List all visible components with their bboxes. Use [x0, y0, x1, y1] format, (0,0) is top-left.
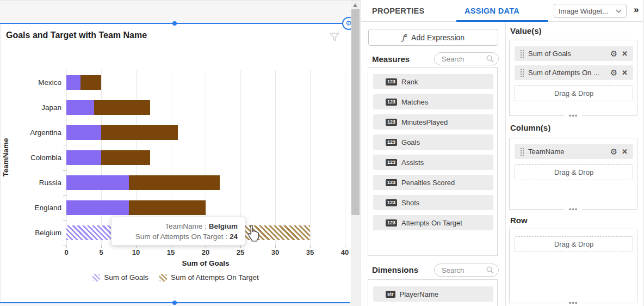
bar-segment-japan-attempts[interactable] [94, 100, 150, 115]
tooltip-value: Belgium [209, 222, 238, 230]
panel-tabbar: PROPERTIES ASSIGN DATA Image Widget... » [361, 0, 643, 22]
drag-handle-icon[interactable] [520, 69, 524, 77]
properties-panel: PROPERTIES ASSIGN DATA Image Widget... »… [361, 0, 643, 306]
numeric-type-icon: 123 [386, 219, 397, 227]
bar-segment-argentina-attempts[interactable] [101, 125, 178, 140]
bar-segment-colombia-goals[interactable] [66, 150, 101, 165]
assigned-field-label: TeamName [528, 148, 606, 156]
bar-segment-japan-goals[interactable] [66, 100, 94, 115]
field-label: Assists [401, 158, 424, 167]
x-tick-label: 35 [301, 248, 319, 256]
resize-dots-handle[interactable]: ••• [565, 113, 583, 119]
chevron-down-icon [616, 9, 622, 13]
category-label: Russia [19, 179, 61, 187]
numeric-type-icon: 123 [386, 139, 397, 146]
assigned-field-pill[interactable]: TeamName⚙✕ [515, 144, 633, 159]
legend-swatch-icon [92, 274, 100, 281]
field-item-assists[interactable]: 123Assists [373, 155, 493, 170]
drag-drop-target[interactable]: Drag & Drop [515, 164, 633, 180]
bar-segment-mexico-goals[interactable] [66, 75, 81, 90]
scrollbar-up-arrow-icon[interactable] [353, 3, 357, 7]
drag-handle-icon[interactable] [520, 50, 524, 58]
legend-item[interactable]: Sum of Attempts On Target [159, 273, 259, 281]
measures-search-input[interactable] [441, 54, 486, 64]
values-dropzone[interactable]: Sum of Goals⚙✕Sum of Attempts On ...⚙✕Dr… [509, 40, 637, 116]
widget-resize-handle-top[interactable] [172, 21, 177, 26]
bar-segment-mexico-attempts[interactable] [81, 75, 101, 90]
numeric-type-icon: 123 [386, 199, 397, 206]
remove-field-icon[interactable]: ✕ [622, 50, 628, 57]
field-item-shots[interactable]: 123Shots [373, 195, 493, 210]
resize-dots-handle[interactable]: ••• [565, 300, 583, 306]
assigned-field-pill[interactable]: Sum of Attempts On ...⚙✕ [515, 65, 633, 80]
gridline [310, 70, 311, 246]
tab-properties[interactable]: PROPERTIES [372, 7, 424, 15]
columns-heading: Column(s) [510, 123, 550, 132]
category-label: Mexico [19, 78, 61, 87]
assigned-field-pill[interactable]: Sum of Goals⚙✕ [515, 46, 633, 61]
assigned-field-label: Sum of Goals [528, 50, 606, 58]
gridline [345, 70, 345, 246]
dimensions-search-input[interactable] [441, 266, 486, 275]
drag-drop-target[interactable]: Drag & Drop [515, 236, 633, 252]
bar-segment-russia-attempts[interactable] [129, 175, 219, 190]
chart-tooltip: TeamName :BelgiumSum of Attempts On Targ… [111, 217, 245, 246]
active-tab-underline [456, 20, 548, 22]
add-expression-button[interactable]: ƒx Add Expression [368, 29, 498, 46]
x-tick-label: 30 [266, 248, 284, 256]
widget-type-dropdown[interactable]: Image Widget... [554, 4, 627, 18]
settings-gear-icon[interactable]: ⚙ [610, 50, 617, 58]
bar-segment-colombia-attempts[interactable] [101, 150, 150, 165]
settings-gear-icon[interactable]: ⚙ [610, 69, 617, 77]
category-label: Japan [19, 103, 61, 112]
remove-field-icon[interactable]: ✕ [622, 148, 628, 155]
field-item-rank[interactable]: 123Rank [373, 74, 493, 89]
search-icon [486, 55, 494, 63]
bar-segment-england-goals[interactable] [66, 200, 129, 215]
measures-search[interactable] [434, 52, 499, 65]
numeric-type-icon: 123 [386, 159, 397, 166]
row-heading: Row [510, 216, 528, 225]
x-tick-label: 20 [196, 248, 215, 256]
category-label: Belgium [19, 229, 61, 237]
drag-handle-icon[interactable] [520, 148, 524, 156]
columns-dropzone[interactable]: TeamName⚙✕Drag & Drop••• [509, 138, 637, 210]
legend-item[interactable]: Sum of Goals [92, 273, 148, 281]
filter-icon[interactable] [330, 33, 339, 42]
measures-list: 123Rank123Matches123MinutesPlayed123Goal… [368, 67, 498, 256]
dimensions-search[interactable] [434, 264, 499, 277]
y-axis-tick [63, 95, 66, 95]
resize-dots-handle[interactable]: ••• [565, 206, 583, 213]
bar-segment-russia-goals[interactable] [66, 175, 129, 190]
field-item-playername[interactable]: strPlayerName [373, 286, 493, 302]
x-tick-label: 25 [231, 248, 250, 256]
chart-title: Goals and Target with Team Name [6, 30, 147, 40]
bar-segment-argentina-goals[interactable] [66, 125, 101, 140]
y-axis-title: TeamName [2, 106, 10, 209]
add-expression-label: Add Expression [411, 33, 465, 42]
y-axis-tick [63, 120, 66, 120]
string-type-icon: str [386, 291, 395, 298]
field-item-goals[interactable]: 123Goals [373, 134, 493, 150]
settings-gear-icon[interactable]: ⚙ [610, 148, 617, 156]
y-axis-tick [63, 170, 66, 171]
values-heading: Value(s) [510, 26, 542, 35]
numeric-type-icon: 123 [386, 179, 397, 186]
drag-drop-target[interactable]: Drag & Drop [515, 85, 633, 101]
tab-assign-data[interactable]: ASSIGN DATA [465, 7, 519, 15]
widget-resize-handle-bottom[interactable] [172, 301, 177, 305]
remove-field-icon[interactable]: ✕ [622, 69, 628, 76]
tooltip-label: TeamName : [165, 222, 207, 230]
scrollbar-thumb[interactable] [351, 9, 360, 215]
field-label: Shots [401, 199, 419, 207]
field-label: Attempts On Target [401, 219, 462, 227]
field-item-minutesplayed[interactable]: 123MinutesPlayed [373, 114, 493, 130]
row-dropzone[interactable]: Drag & Drop••• [509, 229, 637, 303]
field-item-matches[interactable]: 123Matches [373, 94, 493, 109]
field-item-penalties-scored[interactable]: 123Penalties Scored [373, 175, 493, 190]
chart-widget[interactable]: Goals and Target with Team Name TeamName… [0, 24, 351, 303]
field-item-attempts-on-target[interactable]: 123Attempts On Target [373, 215, 493, 230]
canvas-scrollbar[interactable] [351, 1, 360, 306]
collapse-panel-icon[interactable]: » [634, 4, 639, 15]
bar-segment-england-attempts[interactable] [129, 200, 206, 215]
